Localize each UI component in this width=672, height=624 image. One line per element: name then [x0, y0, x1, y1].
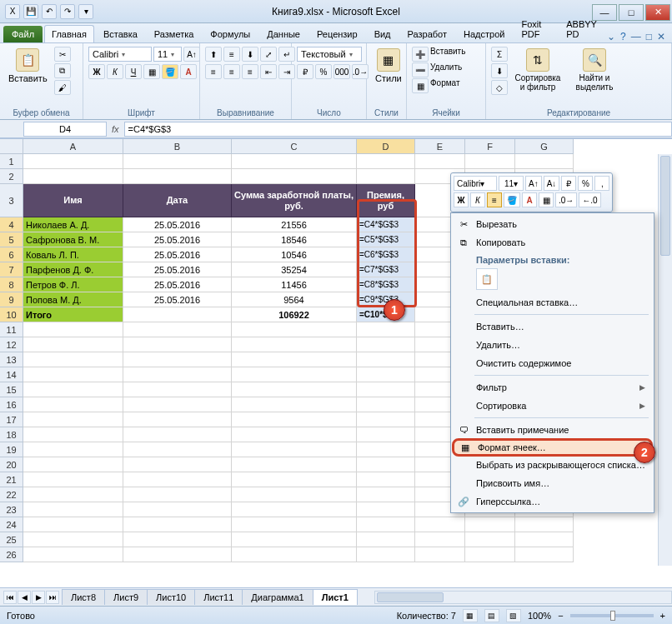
cell[interactable] — [415, 154, 465, 169]
cell[interactable]: Сумма заработной платы, руб. — [232, 184, 357, 217]
cell[interactable] — [232, 169, 357, 184]
mini-italic-icon[interactable]: К — [470, 192, 485, 207]
cell[interactable]: 35254 — [232, 262, 357, 277]
cell[interactable] — [232, 502, 357, 517]
paste-button[interactable]: 📋 Вставить — [5, 47, 51, 85]
cell[interactable]: 10546 — [232, 247, 357, 262]
cell[interactable] — [123, 502, 232, 517]
underline-icon[interactable]: Ч — [125, 64, 142, 79]
row-header-11[interactable]: 11 — [0, 322, 23, 337]
align-bottom-icon[interactable]: ⬇ — [242, 47, 258, 62]
cell[interactable] — [123, 397, 232, 412]
column-header-G[interactable]: G — [515, 139, 574, 154]
cell[interactable]: 18546 — [232, 232, 357, 247]
row-header-24[interactable]: 24 — [0, 517, 23, 532]
ctx-sort[interactable]: Сортировка▶ — [453, 397, 652, 415]
tab-view[interactable]: Вид — [367, 25, 399, 42]
cell[interactable]: 11456 — [232, 277, 357, 292]
cell[interactable] — [232, 532, 357, 547]
help-icon[interactable]: ? — [620, 31, 626, 42]
cell[interactable] — [232, 337, 357, 352]
format-painter-icon[interactable]: 🖌 — [54, 80, 71, 95]
row-header-3[interactable]: 3 — [0, 184, 23, 217]
cell[interactable] — [232, 397, 357, 412]
cell[interactable] — [357, 367, 415, 382]
cell[interactable] — [357, 457, 415, 472]
font-name-combo[interactable]: Calibri▾ — [88, 47, 152, 62]
cell[interactable] — [232, 517, 357, 532]
tab-abbyy[interactable]: ABBYY PD — [559, 15, 605, 42]
row-header-25[interactable]: 25 — [0, 532, 23, 547]
row-header-13[interactable]: 13 — [0, 352, 23, 367]
cell[interactable] — [465, 154, 515, 169]
grow-font-icon[interactable]: A↑ — [183, 47, 200, 62]
cells-delete-button[interactable]: ➖Удалить — [412, 62, 462, 77]
mini-border-icon[interactable]: ▦ — [539, 192, 554, 207]
fill-color-icon[interactable]: 🪣 — [162, 64, 178, 79]
ctx-format-cells[interactable]: ▦Формат ячеек… — [452, 438, 653, 457]
tab-developer[interactable]: Разработ — [400, 25, 454, 42]
cell[interactable] — [23, 547, 123, 562]
qat-more-icon[interactable]: ▾ — [78, 4, 93, 19]
cell[interactable]: Итого — [23, 307, 123, 322]
align-right-icon[interactable]: ≡ — [242, 64, 258, 79]
border-icon[interactable]: ▦ — [143, 64, 160, 79]
sheet-tab-Лист1[interactable]: Лист1 — [313, 589, 358, 605]
view-page-layout-icon[interactable]: ▤ — [484, 609, 499, 622]
cell[interactable] — [232, 442, 357, 457]
bold-icon[interactable]: Ж — [88, 64, 105, 79]
row-header-5[interactable]: 5 — [0, 232, 23, 247]
window-minimize-inner-icon[interactable]: — — [631, 31, 641, 42]
row-header-19[interactable]: 19 — [0, 442, 23, 457]
mini-fill-color-icon[interactable]: 🪣 — [504, 192, 520, 207]
mini-align-center-icon[interactable]: ≡ — [487, 192, 502, 207]
mini-font-color-icon[interactable]: A — [522, 192, 537, 207]
zoom-slider[interactable] — [570, 614, 654, 617]
cell[interactable] — [415, 517, 465, 532]
cell[interactable]: 9564 — [232, 292, 357, 307]
cell[interactable]: =C5*$G$3 — [357, 232, 415, 247]
autosum-icon[interactable]: Σ — [491, 47, 508, 62]
styles-button[interactable]: ▦ Стили — [372, 47, 405, 85]
mini-inc-decimal-icon[interactable]: .0→ — [555, 192, 577, 207]
zoom-out-icon[interactable]: − — [558, 611, 563, 621]
cell[interactable]: Дата — [123, 184, 232, 217]
cell[interactable]: Николаев А. Д. — [23, 217, 123, 232]
increase-decimal-icon[interactable]: .0→ — [352, 64, 369, 79]
font-size-combo[interactable]: 11▾ — [153, 47, 182, 62]
cell[interactable] — [123, 442, 232, 457]
cell[interactable] — [357, 382, 415, 397]
cell[interactable] — [357, 442, 415, 457]
number-format-combo[interactable]: Текстовый▾ — [297, 47, 362, 62]
tab-formulas[interactable]: Формулы — [203, 25, 258, 42]
cell[interactable] — [123, 457, 232, 472]
view-page-break-icon[interactable]: ▧ — [506, 609, 521, 622]
row-header-14[interactable]: 14 — [0, 367, 23, 382]
excel-icon[interactable]: X — [5, 4, 20, 19]
ctx-hyperlink[interactable]: 🔗Гиперссылка… — [453, 492, 652, 511]
row-header-20[interactable]: 20 — [0, 457, 23, 472]
cell[interactable] — [123, 412, 232, 427]
ctx-paste-special[interactable]: Специальная вставка… — [453, 293, 652, 312]
cell[interactable] — [357, 427, 415, 442]
cell[interactable] — [357, 337, 415, 352]
cell[interactable] — [123, 472, 232, 487]
cell[interactable] — [123, 322, 232, 337]
tab-layout[interactable]: Разметка — [147, 25, 202, 42]
column-header-F[interactable]: F — [465, 139, 515, 154]
cell[interactable]: Имя — [23, 184, 123, 217]
mini-dec-decimal-icon[interactable]: ←.0 — [579, 192, 600, 207]
cells-format-button[interactable]: ▦Формат — [412, 78, 460, 93]
cell[interactable] — [415, 547, 465, 562]
sheet-nav-prev[interactable]: ◀ — [18, 591, 31, 604]
cell[interactable]: =C6*$G$3 — [357, 247, 415, 262]
sheet-tab-Лист10[interactable]: Лист10 — [147, 589, 195, 605]
cell[interactable]: =C4*$G$3 — [357, 217, 415, 232]
cell[interactable] — [123, 307, 232, 322]
mini-currency-icon[interactable]: ₽ — [561, 176, 576, 191]
align-top-icon[interactable]: ⬆ — [205, 47, 222, 62]
column-header-E[interactable]: E — [415, 139, 465, 154]
row-header-18[interactable]: 18 — [0, 427, 23, 442]
tab-home[interactable]: Главная — [44, 25, 94, 42]
cell[interactable]: Премия, руб — [357, 184, 415, 217]
